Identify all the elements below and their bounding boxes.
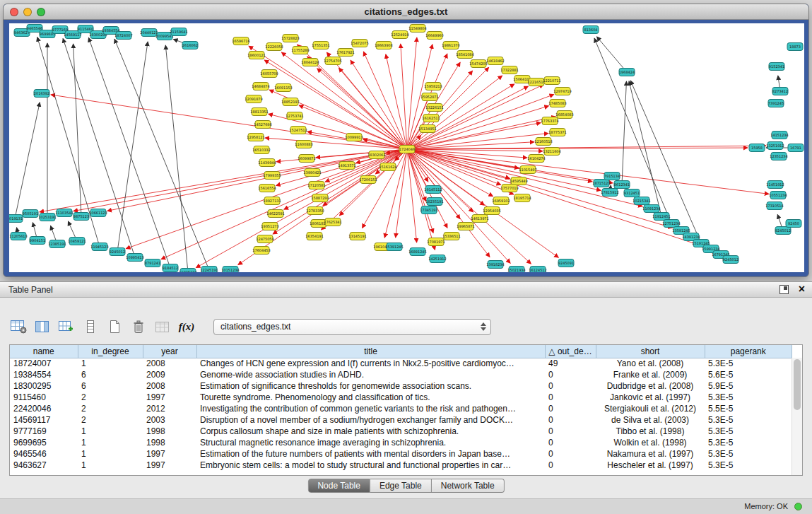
graph-node[interactable]: 17345191 [420, 206, 437, 214]
graph-node[interactable]: 17551351 [312, 42, 329, 49]
graph-edge[interactable] [407, 149, 702, 246]
graph-node[interactable]: 16124512 [529, 267, 546, 273]
graph-node[interactable]: 17999355 [263, 172, 281, 180]
graph-node[interactable]: 16649960 [425, 32, 443, 40]
table-panel-header[interactable]: Table Panel × [0, 282, 812, 298]
close-panel-icon[interactable]: × [799, 284, 805, 294]
graph-node[interactable]: 18302061 [367, 151, 385, 159]
graph-node[interactable]: 19861370 [442, 42, 459, 49]
graph-node[interactable]: 18927131 [263, 197, 281, 205]
graph-node[interactable]: 15474205 [469, 60, 487, 68]
graph-edge[interactable] [63, 38, 135, 257]
graph-node[interactable]: 11600883 [295, 141, 312, 148]
graph-edge[interactable] [362, 149, 407, 228]
minimize-button[interactable] [23, 8, 32, 16]
graph-node[interactable]: 10253191 [38, 214, 56, 221]
table-row[interactable]: 911546021997Tourette syndrome. Phenomeno… [10, 392, 792, 403]
table-row[interactable]: 946554611997Estimation of the future num… [10, 448, 792, 460]
graph-edge[interactable] [73, 149, 407, 211]
graph-node[interactable]: 2616062 [182, 42, 198, 49]
graph-node[interactable]: 17310514 [765, 202, 783, 210]
column-header-name[interactable]: name [10, 345, 78, 358]
graph-node[interactable]: 15958 [749, 144, 765, 152]
graph-edge[interactable] [407, 149, 490, 257]
graph-node[interactable]: 13145191 [348, 233, 366, 240]
graph-node[interactable]: 16510332 [252, 146, 270, 154]
graph-node[interactable]: 17815912 [601, 189, 618, 197]
graph-node[interactable]: 16354191 [305, 233, 323, 240]
graph-node[interactable]: 12245191 [200, 267, 218, 273]
graph-node[interactable]: 12524919 [391, 31, 408, 39]
graph-edge[interactable] [407, 37, 417, 149]
graph-node[interactable]: 9245091 [558, 259, 574, 267]
graph-node[interactable]: 11439944 [258, 159, 276, 167]
graph-edge[interactable] [407, 149, 769, 194]
graph-edge[interactable] [316, 149, 407, 158]
graph-node[interactable]: 12351234 [770, 153, 787, 160]
graph-node[interactable]: 15247512 [289, 127, 307, 134]
graph-node[interactable]: 8791241 [145, 259, 160, 267]
graph-node[interactable]: 17577019 [500, 185, 518, 192]
graph-node[interactable]: 9184512 [163, 264, 178, 272]
graph-node[interactable]: 19965871 [457, 223, 474, 230]
function-builder-icon[interactable]: f(x) [178, 319, 195, 334]
graph-node[interactable]: 18195714 [513, 194, 531, 202]
graph-node[interactable]: 18724007 [114, 32, 132, 40]
graph-node[interactable]: 813604 [583, 26, 599, 34]
graph-node[interactable]: 11945123 [90, 243, 108, 251]
graph-node[interactable]: 9245012 [110, 248, 125, 256]
column-header-short[interactable]: short [596, 345, 705, 358]
graph-node[interactable]: 12475059 [256, 235, 273, 243]
graph-node[interactable]: 12385191 [48, 240, 66, 248]
graph-edge[interactable] [165, 45, 188, 272]
tab-edge-table[interactable]: Edge Table [370, 479, 432, 493]
table-row[interactable]: 1872400712008Changes of HCN gene express… [10, 358, 792, 369]
graph-node[interactable]: 7391245 [768, 100, 784, 107]
close-button[interactable] [10, 8, 18, 16]
graph-node[interactable]: 16959102 [492, 197, 510, 205]
graph-node[interactable]: 18044124 [301, 59, 319, 66]
graph-node[interactable]: 9245012 [723, 256, 739, 264]
graph-node[interactable]: 11091234 [642, 205, 660, 213]
graph-node[interactable]: 14684874 [252, 83, 269, 90]
table-row[interactable]: 1830029562008Estimation of significance … [10, 380, 792, 392]
graph-node[interactable]: 10551234 [769, 192, 787, 199]
graph-node[interactable]: 14595449 [510, 177, 527, 185]
graph-node[interactable]: 12954035 [483, 207, 500, 215]
rows-icon[interactable] [82, 319, 99, 334]
graph-node[interactable]: 8612341 [614, 181, 630, 189]
graph-node[interactable]: 9505191 [23, 210, 38, 218]
graph-node[interactable]: 1968424 [619, 69, 635, 76]
show-columns-icon[interactable] [34, 319, 51, 334]
graph-node[interactable]: 15134951 [418, 125, 436, 133]
graph-edge[interactable] [281, 52, 407, 149]
graph-node[interactable]: 14151234 [770, 132, 788, 139]
column-header-title[interactable]: title [196, 345, 545, 358]
graph-node[interactable]: 9904151 [30, 237, 45, 245]
graph-node[interactable]: 15161624 [379, 163, 396, 171]
graph-edge[interactable] [117, 42, 148, 252]
graph-node[interactable]: 9312451 [624, 189, 640, 197]
graph-node[interactable]: 15728823 [281, 35, 299, 42]
graph-node[interactable]: 15336511 [442, 233, 460, 240]
graph-node[interactable]: 14613971 [471, 215, 488, 223]
graph-node[interactable]: 19351273 [261, 223, 278, 230]
graph-edge[interactable] [299, 105, 407, 149]
graph-node[interactable]: 11451912 [766, 181, 784, 189]
graph-node[interactable]: 12160518 [534, 138, 552, 146]
graph-node[interactable]: 12226058 [265, 43, 283, 51]
graph-node[interactable]: 11205613 [9, 233, 27, 240]
graph-node[interactable]: 17485083 [548, 100, 566, 107]
graph-node[interactable]: 19145112 [424, 186, 442, 194]
column-header-year[interactable]: year [143, 345, 196, 358]
graph-node[interactable]: 12754705 [324, 57, 341, 65]
graph-node[interactable]: 16891245 [408, 248, 426, 256]
graph-node[interactable]: 13211604 [543, 148, 560, 156]
graph-node[interactable]: 18541084 [456, 51, 473, 59]
graph-node[interactable]: 11103541 [55, 209, 73, 217]
import-table-icon[interactable] [154, 319, 171, 334]
new-document-icon[interactable] [106, 319, 123, 334]
graph-node[interactable]: 10099917 [345, 134, 363, 141]
edit-table-icon[interactable] [58, 319, 75, 334]
graph-node[interactable]: 13990421 [303, 169, 321, 177]
